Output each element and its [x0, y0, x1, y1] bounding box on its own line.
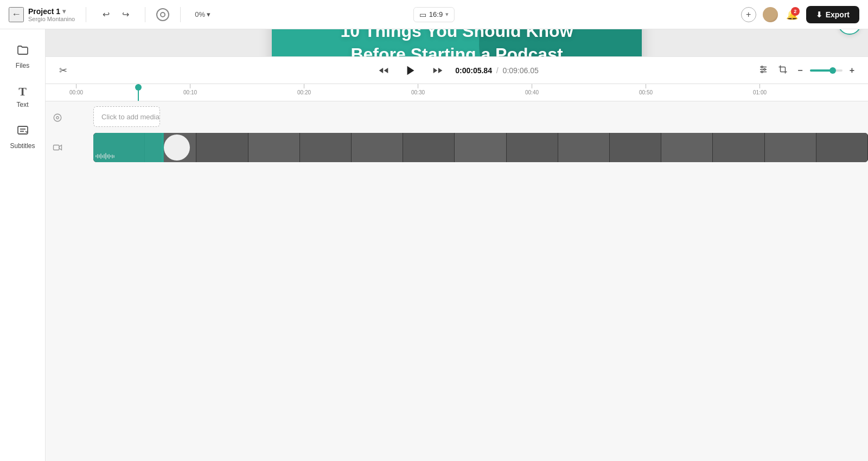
track-icon-voice [46, 113, 69, 123]
current-time: 0:00:05.84 [455, 66, 492, 75]
ruler-marks-container: 00:00 00:10 00:20 00:30 [69, 84, 868, 101]
sidebar-item-files-label: Files [16, 62, 29, 69]
volume-thumb [829, 67, 836, 74]
video-thumb-5 [300, 133, 352, 162]
zoom-dropdown[interactable]: 0% ▾ [192, 8, 214, 21]
files-icon [16, 43, 29, 60]
scissors-group: ✂ [56, 62, 70, 79]
waveform [95, 152, 162, 160]
add-icon: + [746, 10, 751, 20]
wave-bar [95, 155, 97, 157]
scissors-icon: ✂ [59, 65, 67, 76]
crop-button[interactable] [775, 62, 790, 79]
sidebar-item-subtitles-label: Subtitles [10, 142, 35, 150]
zoom-out-icon: − [797, 66, 802, 75]
sidebar-item-subtitles[interactable]: Subtitles [3, 118, 42, 155]
sidebar-item-text[interactable]: T Text [3, 79, 42, 114]
undo-icon: ↩ [103, 9, 110, 20]
add-media-button[interactable]: Click to add media [93, 106, 160, 127]
add-member-button[interactable]: + [741, 7, 756, 22]
sidebar-item-files[interactable]: Files [3, 38, 42, 75]
export-button[interactable]: ⬇ Export [806, 6, 859, 23]
undo-button[interactable]: ↩ [97, 6, 114, 23]
forward-button[interactable] [429, 62, 446, 79]
wave-bar [112, 155, 113, 158]
time-display: 0:00:05.84 / 0:09:06.05 [455, 66, 539, 75]
ruler-tick [760, 84, 760, 88]
zoom-out-button[interactable]: − [795, 63, 805, 78]
svg-marker-3 [407, 66, 414, 75]
video-thumb-11 [610, 133, 661, 162]
wave-bar [108, 154, 110, 159]
svg-point-9 [762, 71, 763, 73]
ruler-tick [304, 84, 304, 88]
topbar: ← Project 1 ▾ Sergio Montanino ↩ ↪ 0% ▾ [0, 0, 868, 29]
scissors-button[interactable]: ✂ [56, 62, 70, 79]
notification-button[interactable]: 🔔 2 [784, 7, 800, 22]
track-icon-video [46, 143, 69, 152]
ruler-label: 00:10 [183, 89, 197, 95]
svg-rect-12 [54, 145, 60, 150]
export-label: Export [826, 10, 850, 19]
zoom-label: 0% [195, 10, 205, 18]
zoom-chevron-icon: ▾ [207, 10, 210, 18]
undo-redo-group: ↩ ↪ [97, 6, 134, 23]
video-thumb-8 [455, 133, 506, 162]
divider-1 [86, 7, 86, 22]
main-layout: Files T Text Subtitles [0, 29, 868, 461]
playback-bar: ✂ 0:00:05.84 / 0:09:06 [46, 56, 868, 84]
preview: 10 Things You Should Know Before Startin… [272, 29, 642, 56]
video-thumb-4 [248, 133, 300, 162]
redo-button[interactable]: ↪ [117, 6, 134, 23]
canvas-area: 10 Things You Should Know Before Startin… [46, 29, 868, 56]
aspect-icon: ▭ [419, 10, 426, 19]
preview-title-line2: Before Starting a Podcast [350, 44, 563, 56]
project-name-text: Project 1 [28, 7, 60, 16]
back-button[interactable]: ← [9, 7, 24, 22]
record-inner [160, 12, 165, 17]
zoom-in-button[interactable]: + [847, 63, 857, 78]
video-track[interactable] [93, 133, 868, 162]
video-thumb-13 [713, 133, 764, 162]
video-thumb-12 [661, 133, 713, 162]
avatar[interactable] [763, 7, 778, 22]
video-thumb-7 [403, 133, 455, 162]
ruler-tick [190, 84, 190, 88]
divider-2 [145, 7, 145, 22]
teal-clip-overlay [93, 133, 164, 162]
wave-bar [97, 154, 98, 158]
video-thumb-15 [816, 133, 868, 162]
ruler-label: 00:40 [525, 89, 539, 95]
wave-bar [110, 155, 111, 157]
ruler-label: 00:20 [297, 89, 311, 95]
ruler-mark-6: 01:00 [753, 84, 767, 95]
video-thumb-6 [352, 133, 403, 162]
rewind-button[interactable] [375, 62, 392, 79]
project-chevron-icon: ▾ [62, 8, 66, 15]
add-media-label: Click to add media [101, 113, 159, 121]
svg-point-8 [764, 68, 765, 70]
timeline: 00:00 00:10 00:20 00:30 [46, 84, 868, 461]
magic-button[interactable] [838, 29, 861, 35]
back-icon: ← [11, 9, 21, 20]
project-name[interactable]: Project 1 ▾ [28, 7, 75, 16]
aspect-ratio-button[interactable]: ▭ 16:9 ▾ [413, 7, 455, 22]
aspect-label: 16:9 [429, 10, 443, 18]
mixer-button[interactable] [756, 62, 771, 79]
volume-slider[interactable] [810, 69, 843, 72]
sidebar: Files T Text Subtitles [0, 29, 46, 461]
wave-bar [104, 154, 105, 158]
svg-point-11 [56, 117, 59, 119]
total-time: 0:09:06.05 [503, 66, 539, 75]
video-thumb-10 [558, 133, 610, 162]
ruler-tick [418, 84, 418, 88]
video-thumb-9 [507, 133, 558, 162]
play-button[interactable] [401, 61, 420, 80]
ruler-tick [532, 84, 532, 88]
svg-point-10 [54, 114, 61, 121]
ruler-label: 00:00 [69, 89, 83, 95]
record-button[interactable] [156, 8, 169, 21]
topbar-center: ▭ 16:9 ▾ [413, 7, 455, 22]
playback-right-controls: − + [756, 62, 857, 79]
wave-bar [113, 155, 114, 158]
